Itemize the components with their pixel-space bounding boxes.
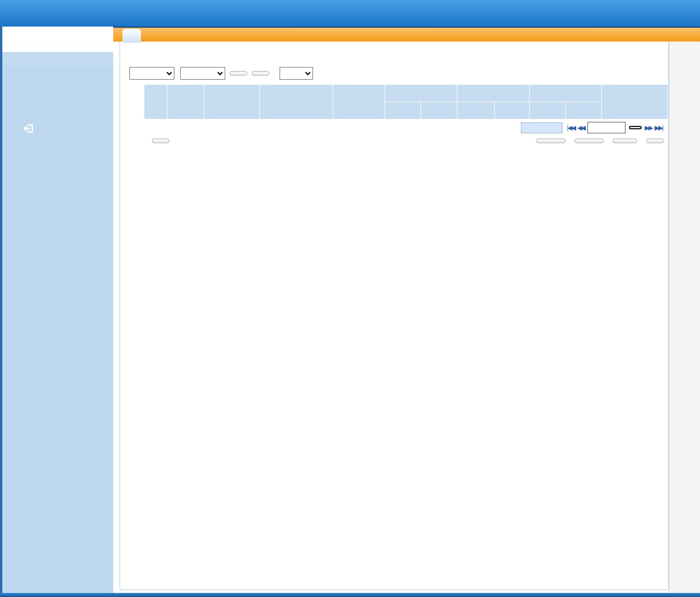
first-page-icon[interactable]: |◀◀ (567, 124, 575, 132)
logout-button[interactable] (23, 124, 39, 136)
col-utilization-24g (457, 102, 495, 120)
sidebar-top-spacer (2, 27, 113, 45)
keyword-select[interactable] (180, 67, 225, 80)
tab-wireless-optimization[interactable] (122, 29, 141, 43)
sidebar (0, 27, 113, 593)
one-key-optimize-button[interactable] (575, 139, 604, 143)
page-size-input[interactable] (521, 122, 563, 133)
sidebar-gap (2, 52, 113, 66)
col-mac (260, 85, 333, 120)
main-area: |◀◀ ◀◀ ▶▶ ▶▶| (113, 27, 700, 593)
filter-type-select[interactable] (129, 67, 174, 80)
show-all-button[interactable] (252, 71, 269, 76)
network-analyze-button[interactable] (613, 139, 637, 143)
logout-icon (23, 124, 34, 136)
sidebar-filler (2, 66, 113, 593)
col-model (167, 85, 204, 120)
auto-refresh-select[interactable] (280, 67, 313, 80)
content-panel: |◀◀ ◀◀ ▶▶ ▶▶| (120, 42, 669, 590)
actions-bar (120, 139, 668, 155)
bottom-bar (0, 593, 700, 597)
query-button[interactable] (230, 71, 247, 76)
ap-table (144, 84, 668, 120)
col-seq (144, 85, 167, 120)
select-all-button[interactable] (152, 139, 169, 143)
right-gutter (669, 42, 700, 593)
col-channel (385, 85, 457, 102)
pagination-bar: |◀◀ ◀◀ ▶▶ ▶▶| (120, 122, 664, 133)
col-status (333, 85, 385, 120)
last-page-icon[interactable]: ▶▶| (654, 124, 662, 132)
go-button[interactable] (629, 126, 642, 129)
col-utilization-5g (495, 102, 530, 120)
col-score-24g (530, 102, 566, 120)
one-key-deploy-button[interactable] (537, 139, 565, 143)
filter-bar (124, 67, 668, 80)
col-score-5g (566, 102, 602, 120)
col-ip (204, 85, 260, 120)
col-note (602, 85, 668, 120)
next-page-icon[interactable]: ▶▶ (645, 124, 652, 132)
prev-page-icon[interactable]: ◀◀ (577, 124, 584, 132)
clipped-hint-text (152, 46, 668, 52)
sidebar-ap-submenu (2, 45, 113, 52)
col-channel-5g (421, 102, 457, 120)
page-number-input[interactable] (587, 122, 625, 133)
col-channel-24g (385, 102, 421, 120)
refresh-button[interactable] (646, 139, 664, 143)
col-utilization (457, 85, 530, 102)
col-score (530, 85, 602, 102)
tab-bar (113, 27, 700, 42)
app-header (0, 0, 700, 27)
